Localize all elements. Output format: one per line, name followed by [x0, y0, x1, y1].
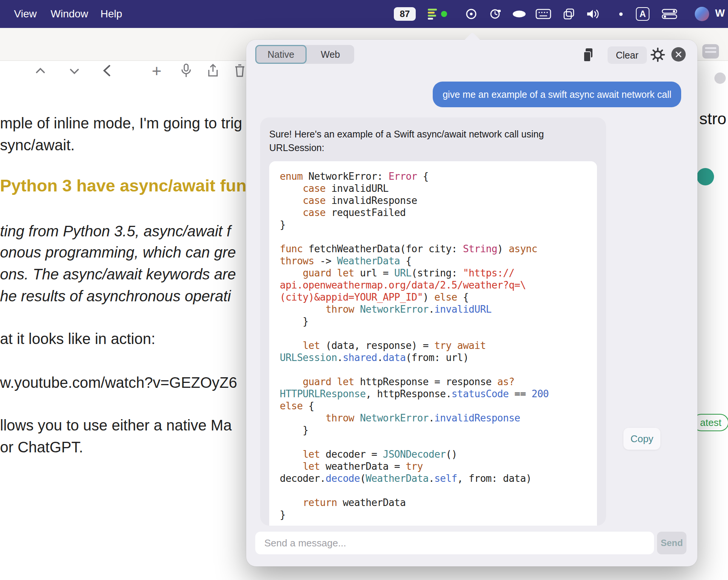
page-text-line: at it looks like in action:: [0, 330, 155, 347]
chevron-up-icon[interactable]: [35, 66, 46, 76]
code-line: guard let httpResponse = response as?: [280, 376, 586, 388]
trash-icon[interactable]: [234, 64, 245, 78]
code-line: let (data, response) = try await: [280, 339, 586, 352]
macgpt-popup-window: Native Web Clear give me an example of a…: [246, 40, 697, 566]
menu-view[interactable]: View: [14, 8, 37, 20]
user-avatar[interactable]: [695, 7, 709, 21]
macgpt-menu-icon[interactable]: [465, 7, 477, 21]
mode-segmented-control: Native Web: [255, 45, 354, 64]
pill-menu-icon[interactable]: [512, 7, 526, 21]
code-line: throw NetworkError.invalidURL: [280, 303, 586, 315]
code-line: ​: [280, 231, 586, 243]
page-text-line: ons. The async/await keywords are: [0, 266, 236, 283]
assistant-message-bubble: Sure! Here's an example of a Swift async…: [260, 117, 606, 526]
code-line: }: [280, 509, 586, 521]
battery-percentage-badge[interactable]: 87: [394, 7, 416, 21]
code-line: }: [280, 315, 586, 327]
copy-button[interactable]: Copy: [623, 428, 660, 450]
code-line: HTTPURLResponse, httpResponse.statusCode…: [280, 388, 586, 400]
code-line: URLSession.shared.data(from: url): [280, 352, 586, 364]
code-line: let decoder = JSONDecoder(): [280, 448, 586, 460]
control-center-icon[interactable]: [662, 7, 677, 21]
page-text-line: onous programming, which can gre: [0, 244, 236, 261]
code-line: }: [280, 219, 586, 231]
page-right-text-fragment: stro: [699, 110, 726, 128]
code-line: ​: [280, 364, 586, 376]
clock-lock-icon[interactable]: [489, 7, 502, 21]
page-heading: Python 3 have async/await funct: [0, 176, 262, 196]
code-content: enum NetworkError: Error { case invalidU…: [280, 170, 586, 521]
menu-window[interactable]: Window: [51, 8, 88, 20]
code-line: return weatherData: [280, 497, 586, 509]
code-line: throw NetworkError.invalidResponse: [280, 412, 586, 424]
code-line: (city)&appid=YOUR_APP_ID") else {: [280, 291, 586, 303]
send-button[interactable]: Send: [657, 532, 686, 554]
close-icon[interactable]: [671, 47, 686, 62]
page-text-line: sync/await.: [0, 137, 75, 154]
code-line: throws -> WeatherData {: [280, 255, 586, 267]
tab-native[interactable]: Native: [255, 45, 307, 64]
document-icon[interactable]: [581, 47, 596, 63]
toolbar-extension-chip[interactable]: [702, 44, 719, 59]
page-text-line: ting from Python 3.5, async/await f: [0, 223, 231, 240]
add-tab-icon[interactable]: +: [152, 63, 162, 79]
page-text-line: or ChatGPT.: [0, 439, 83, 456]
page-text-line: llows you to use either a native Ma: [0, 417, 232, 434]
code-line: enum NetworkError: Error {: [280, 170, 586, 182]
chevron-down-icon[interactable]: [69, 66, 80, 76]
assistant-intro-text: Sure! Here's an example of a Swift async…: [260, 117, 606, 154]
page-text-line: mple of inline mode, I'm going to trig: [0, 115, 242, 132]
keyboard-icon[interactable]: [535, 7, 551, 21]
teal-circle-widget[interactable]: [697, 168, 714, 185]
menu-bar: View Window Help 87: [0, 0, 728, 28]
page-link-fragment[interactable]: w.youtube.com/watch?v=GEZOyZ6: [0, 374, 237, 391]
code-line: let weatherData = try: [280, 460, 586, 472]
code-line: func fetchWeatherData(for city: String) …: [280, 243, 586, 255]
code-line: else {: [280, 400, 586, 412]
cpu-monitor-icon[interactable]: [428, 7, 437, 21]
share-icon[interactable]: [207, 63, 219, 79]
page-text-line: he results of asynchronous operati: [0, 288, 231, 305]
input-source-icon[interactable]: A: [636, 7, 649, 21]
code-line: case requestFailed: [280, 207, 586, 219]
code-line: ​: [280, 436, 586, 448]
status-green-dot-icon[interactable]: [441, 7, 447, 21]
gray-circle-decoration: [714, 72, 726, 84]
code-line: case invalidURL: [280, 182, 586, 194]
latest-badge[interactable]: atest: [693, 414, 728, 431]
code-line: decoder.decode(WeatherData.self, from: d…: [280, 472, 586, 484]
menu-help[interactable]: Help: [100, 8, 122, 20]
clear-button[interactable]: Clear: [608, 46, 647, 64]
user-message-bubble: give me an example of a swift async awai…: [433, 82, 681, 107]
code-line: case invalidResponse: [280, 194, 586, 207]
code-line: api.openweathermap.org/data/2.5/weather?…: [280, 279, 586, 291]
microphone-icon[interactable]: [180, 63, 192, 79]
volume-icon[interactable]: [586, 7, 600, 21]
menu-bar-edge-text: W: [715, 8, 725, 19]
code-line: ​: [280, 484, 586, 497]
message-input[interactable]: [255, 532, 654, 554]
code-line: ​: [280, 327, 586, 339]
dot-separator-icon: [619, 7, 623, 21]
tab-web[interactable]: Web: [307, 45, 354, 64]
code-line: }: [280, 424, 586, 436]
gear-icon[interactable]: [649, 46, 666, 63]
back-button-icon[interactable]: [101, 63, 113, 78]
layers-icon[interactable]: [563, 7, 575, 21]
code-line: guard let url = URL(string: "https://: [280, 267, 586, 279]
code-block[interactable]: enum NetworkError: Error { case invalidU…: [269, 161, 597, 526]
